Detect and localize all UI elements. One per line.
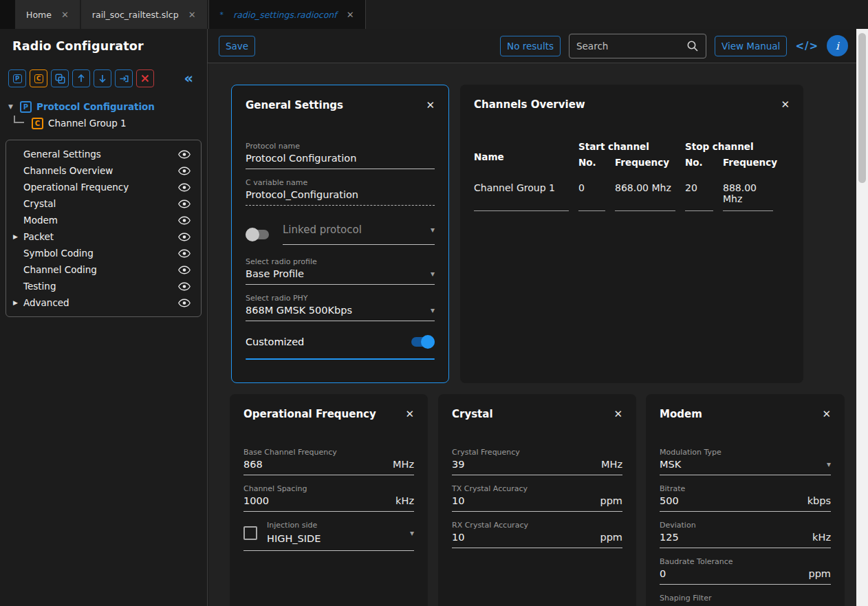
add-channel-group-button[interactable]: C <box>30 69 47 87</box>
search-input[interactable] <box>576 41 686 52</box>
close-icon[interactable]: ✕ <box>426 100 435 111</box>
code-view-icon[interactable]: </> <box>795 40 818 52</box>
column-header-start-frequency: Frequency <box>615 157 685 173</box>
item-label: Testing <box>23 281 56 292</box>
tree-item-channel-group-1[interactable]: C Channel Group 1 <box>8 115 207 131</box>
sidebar-item-modem[interactable]: Modem <box>6 212 201 228</box>
unit-label: ppm <box>600 495 622 506</box>
field-label: Bitrate <box>660 484 831 493</box>
close-icon[interactable]: ✕ <box>188 10 196 20</box>
tree-item-protocol-configuration[interactable]: ▼ P Protocol Configuration <box>8 98 207 115</box>
channel-spacing-input[interactable]: 1000 <box>243 495 395 506</box>
rx-crystal-accuracy-input[interactable]: 10 <box>452 532 600 543</box>
customized-field: Customized <box>246 336 435 347</box>
tab-home[interactable]: Home ✕ <box>15 0 80 29</box>
close-icon[interactable]: ✕ <box>614 409 622 420</box>
add-protocol-button[interactable]: P <box>8 69 26 87</box>
chevron-down-icon[interactable]: ▾ <box>431 225 435 235</box>
close-icon[interactable]: ✕ <box>822 409 831 420</box>
tree-expanded-icon[interactable]: ▼ <box>8 103 15 110</box>
close-icon[interactable]: ✕ <box>347 10 354 20</box>
injection-side-select[interactable]: HIGH_SIDE <box>267 533 321 544</box>
column-group-start-channel: Start channel <box>578 141 685 157</box>
scrollbar-thumb[interactable] <box>858 33 866 183</box>
radio-profile-select[interactable]: Base Profile <box>246 268 431 279</box>
field-label: Deviation <box>660 521 831 530</box>
card-title: General Settings <box>246 99 343 111</box>
field-label: Shaping Filter <box>660 594 831 603</box>
row-stop-frequency[interactable]: 888.00 Mhz <box>723 182 773 211</box>
crystal-frequency-input[interactable]: 39 <box>452 459 601 470</box>
row-start-no[interactable]: 0 <box>578 182 605 211</box>
chevron-down-icon[interactable]: ▾ <box>410 528 414 538</box>
save-button[interactable]: Save <box>219 36 255 56</box>
baudrate-tolerance-input[interactable]: 0 <box>660 568 808 579</box>
visibility-eye-icon[interactable] <box>178 199 191 208</box>
deviation-input[interactable]: 125 <box>660 532 812 543</box>
close-icon[interactable]: ✕ <box>61 10 69 20</box>
duplicate-icon <box>55 74 65 84</box>
injection-side-checkbox[interactable] <box>243 526 257 540</box>
radio-phy-select[interactable]: 868M GMSK 500Kbps <box>246 305 431 316</box>
vertical-scrollbar[interactable] <box>856 29 868 606</box>
visibility-eye-icon[interactable] <box>178 216 191 225</box>
expand-arrow-icon[interactable]: ▶ <box>13 299 23 306</box>
close-icon[interactable]: ✕ <box>405 409 414 420</box>
bitrate-input[interactable]: 500 <box>660 495 807 506</box>
channel-group-icon: C <box>34 74 43 83</box>
protocol-badge-icon: P <box>20 101 32 113</box>
no-results-button[interactable]: No results <box>500 36 561 56</box>
visibility-eye-icon[interactable] <box>178 232 191 241</box>
row-start-frequency[interactable]: 868.00 Mhz <box>615 182 675 211</box>
tab-radio-settings-label: radio_settings.radioconf <box>233 10 337 20</box>
tree-protocol-label: Protocol Configuration <box>36 101 155 112</box>
c-variable-name-field: C variable name Protocol_Configuration <box>246 178 435 206</box>
field-label: Protocol name <box>246 142 435 151</box>
visibility-eye-icon[interactable] <box>178 166 191 175</box>
search-box <box>569 34 706 58</box>
visibility-eye-icon[interactable] <box>178 282 191 291</box>
close-icon[interactable]: ✕ <box>781 100 790 110</box>
field-label: Select radio PHY <box>246 294 435 303</box>
chevron-down-icon[interactable]: ▾ <box>431 305 435 315</box>
duplicate-button[interactable] <box>51 69 69 87</box>
expand-arrow-icon[interactable]: ▶ <box>13 233 23 240</box>
visibility-eye-icon[interactable] <box>178 249 191 258</box>
sidebar-item-crystal[interactable]: Crystal <box>6 195 201 212</box>
visibility-eye-icon[interactable] <box>178 266 191 274</box>
collapse-sidebar-icon[interactable]: « <box>184 72 193 86</box>
sidebar-item-operational-frequency[interactable]: Operational Frequency <box>6 179 201 195</box>
row-stop-no[interactable]: 20 <box>685 182 713 211</box>
delete-button[interactable] <box>136 69 154 87</box>
card-modem: Modem ✕ Modulation Type MSK ▾ Bitrate 50… <box>646 394 845 606</box>
chevron-down-icon[interactable]: ▾ <box>431 269 435 279</box>
linked-protocol-toggle[interactable] <box>246 230 269 239</box>
move-up-button[interactable] <box>72 69 90 87</box>
customized-toggle[interactable] <box>411 337 435 347</box>
tx-crystal-accuracy-input[interactable]: 10 <box>452 495 600 506</box>
visibility-eye-icon[interactable] <box>178 299 191 307</box>
field-label: C variable name <box>246 178 435 187</box>
chevron-down-icon[interactable]: ▾ <box>827 459 831 469</box>
sidebar-item-channels-overview[interactable]: Channels Overview <box>6 162 201 179</box>
move-into-button[interactable] <box>115 69 133 87</box>
sidebar-item-advanced[interactable]: ▶ Advanced <box>6 294 201 311</box>
tab-rail-soc-railtest[interactable]: rail_soc_railtest.slcp ✕ <box>81 0 207 29</box>
c-variable-name-input[interactable]: Protocol_Configuration <box>246 189 435 200</box>
visibility-eye-icon[interactable] <box>178 150 191 159</box>
protocol-name-input[interactable]: Protocol Configuration <box>246 153 435 164</box>
sidebar-item-channel-coding[interactable]: Channel Coding <box>6 261 201 278</box>
sidebar-item-symbol-coding[interactable]: Symbol Coding <box>6 245 201 261</box>
move-down-button[interactable] <box>94 69 111 87</box>
base-channel-frequency-input[interactable]: 868 <box>243 459 393 470</box>
row-channel-name[interactable]: Channel Group 1 <box>474 182 569 211</box>
sidebar-item-general-settings[interactable]: General Settings <box>6 146 201 162</box>
info-button[interactable]: i <box>827 35 848 56</box>
sidebar-item-packet[interactable]: ▶ Packet <box>6 228 201 245</box>
view-manual-button[interactable]: View Manual <box>715 36 787 56</box>
tab-home-label: Home <box>26 10 52 20</box>
modulation-type-select[interactable]: MSK <box>660 459 827 470</box>
visibility-eye-icon[interactable] <box>178 183 191 192</box>
sidebar-item-testing[interactable]: Testing <box>6 278 201 294</box>
tab-radio-settings[interactable]: * radio_settings.radioconf ✕ <box>208 0 366 29</box>
